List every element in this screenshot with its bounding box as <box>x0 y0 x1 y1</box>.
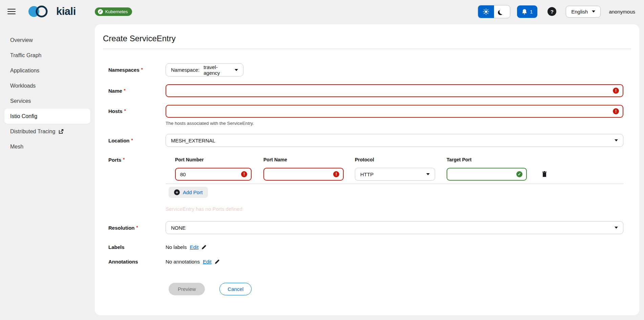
namespace-dropdown-prefix: Namespace: <box>171 67 199 73</box>
protocol-select[interactable]: HTTP <box>355 168 435 181</box>
create-serviceentry-card: Create ServiceEntry Namespaces* Namespac… <box>95 24 639 315</box>
name-row: Name* ! <box>108 84 631 97</box>
cluster-badge: ✓ Kubernetes <box>95 7 132 16</box>
delete-port-button[interactable] <box>542 171 547 177</box>
sidebar-item-traffic-graph[interactable]: Traffic Graph <box>0 48 95 63</box>
target-port-input[interactable] <box>447 168 526 180</box>
preview-button[interactable]: Preview <box>169 283 205 295</box>
brand-name: kiali <box>56 5 76 18</box>
bell-icon <box>522 9 527 15</box>
menu-toggle-icon[interactable] <box>7 9 16 14</box>
namespaces-label: Namespaces* <box>108 67 166 73</box>
sidebar-item-mesh[interactable]: Mesh <box>0 139 95 154</box>
annotations-edit-link[interactable]: Edit <box>203 259 212 265</box>
chevron-down-icon <box>235 69 238 71</box>
location-value: MESH_EXTERNAL <box>171 138 215 143</box>
error-icon: ! <box>613 88 619 94</box>
name-input[interactable] <box>166 85 623 96</box>
ports-label: Ports* <box>108 157 166 163</box>
sidebar-item-distributed-tracing[interactable]: Distributed Tracing <box>0 124 95 139</box>
moon-icon <box>499 9 505 15</box>
notifications-button[interactable]: 1 <box>517 5 537 18</box>
hosts-row: Hosts* ! The hosts associated with the S… <box>108 105 631 126</box>
page-title: Create ServiceEntry <box>103 34 631 43</box>
sidebar-item-workloads[interactable]: Workloads <box>0 78 95 93</box>
resolution-row: Resolution* NONE <box>108 221 631 234</box>
chevron-down-icon <box>615 227 618 229</box>
target-port-wrapper: ✓ <box>447 168 527 181</box>
external-link-icon <box>59 129 64 134</box>
hosts-label: Hosts* <box>108 108 166 114</box>
sidebar-item-applications[interactable]: Applications <box>0 63 95 78</box>
main-content: Create ServiceEntry Namespaces* Namespac… <box>95 23 644 320</box>
sidebar: Overview Traffic Graph Applications Work… <box>0 23 95 320</box>
check-circle-icon: ✓ <box>98 9 103 14</box>
port-name-input[interactable] <box>264 168 343 180</box>
required-asterisk: * <box>123 157 125 162</box>
port-number-input[interactable] <box>176 168 251 180</box>
hosts-input-wrapper: ! <box>166 105 623 118</box>
annotations-row: Annotations No annotations Edit <box>108 259 631 265</box>
col-port-number: Port Number <box>175 157 263 162</box>
ports-row: Ports* Port Number Port Name Protocol Ta… <box>108 157 631 212</box>
ports-table-header: Port Number Port Name Protocol Target Po… <box>166 157 623 162</box>
username: anonymous <box>609 9 635 15</box>
required-asterisk: * <box>141 67 143 72</box>
namespaces-row: Namespaces* Namespace: travel-agency <box>108 63 631 76</box>
required-asterisk: * <box>136 225 138 230</box>
help-button[interactable]: ? <box>548 7 556 16</box>
dark-theme-button[interactable] <box>494 5 510 18</box>
sidebar-item-overview[interactable]: Overview <box>0 32 95 48</box>
required-asterisk: * <box>131 138 133 143</box>
theme-toggle <box>478 5 510 18</box>
resolution-label: Resolution* <box>108 225 166 231</box>
labels-edit-link[interactable]: Edit <box>190 244 199 250</box>
hosts-input[interactable] <box>166 106 623 117</box>
cancel-button[interactable]: Cancel <box>219 283 252 295</box>
labels-value: No labels <box>166 244 187 250</box>
namespace-dropdown-value: travel-agency <box>203 64 230 76</box>
cluster-badge-label: Kubernetes <box>105 9 128 14</box>
chevron-down-icon <box>615 139 618 141</box>
form-actions: Preview Cancel <box>169 283 631 295</box>
sun-icon <box>483 8 489 15</box>
labels-label: Labels <box>108 244 166 250</box>
hosts-helper-text: The hosts associated with the ServiceEnt… <box>166 121 623 126</box>
kiali-logo: kiali <box>28 4 76 19</box>
col-port-name: Port Name <box>263 157 355 162</box>
question-icon: ? <box>551 9 554 15</box>
chevron-down-icon <box>426 173 430 175</box>
pencil-icon[interactable] <box>201 245 207 250</box>
plus-circle-icon: + <box>174 189 180 195</box>
error-icon: ! <box>613 108 619 114</box>
port-entry-row: ! ! HTTP <box>166 168 623 181</box>
sidebar-item-istio-config[interactable]: Istio Config <box>4 109 90 124</box>
language-select[interactable]: English <box>566 6 601 18</box>
port-name-wrapper: ! <box>263 168 344 181</box>
location-row: Location* MESH_EXTERNAL <box>108 134 631 147</box>
add-port-button[interactable]: + Add Port <box>169 187 208 198</box>
light-theme-button[interactable] <box>478 5 494 18</box>
chevron-down-icon <box>592 10 595 13</box>
port-number-wrapper: ! <box>175 168 252 181</box>
required-asterisk: * <box>124 108 126 113</box>
pencil-icon[interactable] <box>215 259 220 264</box>
sidebar-item-services[interactable]: Services <box>0 93 95 109</box>
location-select[interactable]: MESH_EXTERNAL <box>166 134 623 147</box>
annotations-label: Annotations <box>108 259 166 265</box>
resolution-select[interactable]: NONE <box>166 221 623 234</box>
annotations-value: No annotations <box>166 259 200 265</box>
col-target-port: Target Port <box>447 157 527 162</box>
check-circle-icon: ✓ <box>516 171 522 177</box>
notification-count: 1 <box>530 9 533 15</box>
masthead: kiali ✓ Kubernetes <box>0 0 644 23</box>
labels-row: Labels No labels Edit <box>108 244 631 250</box>
kiali-logo-icon <box>28 4 53 19</box>
name-label: Name* <box>108 88 166 94</box>
resolution-value: NONE <box>171 225 186 231</box>
language-value: English <box>571 9 588 15</box>
serviceentry-form: Namespaces* Namespace: travel-agency Nam… <box>108 63 631 295</box>
namespace-dropdown[interactable]: Namespace: travel-agency <box>166 63 243 76</box>
trash-icon <box>542 171 547 177</box>
ports-divider <box>166 184 623 184</box>
